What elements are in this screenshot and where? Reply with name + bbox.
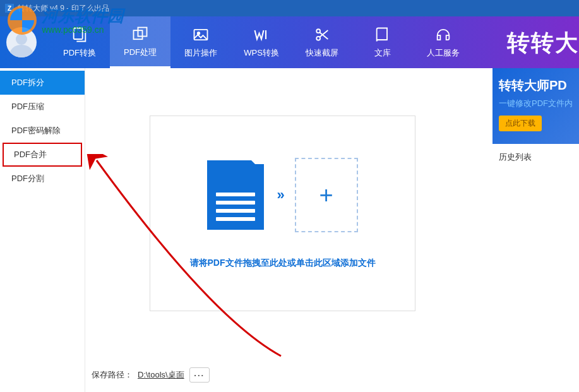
sidebar-item-label: PDF拆分 [11,77,44,88]
svg-point-5 [316,37,320,40]
browse-path-button[interactable]: ··· [189,367,210,383]
wps-icon [253,26,270,44]
window-title: 转转大师 v4.9 - 印了么出品 [18,3,109,14]
download-button[interactable]: 点此下载 [499,116,542,131]
headset-icon [434,26,452,44]
promo-subtitle: 一键修改PDF文件内 [499,98,573,109]
sidebar: PDF拆分 PDF压缩 PDF密码解除 PDF合并 PDF分割 [0,68,85,392]
svg-point-6 [316,29,320,33]
nav-label: 文库 [374,47,391,59]
nav-quick-screenshot[interactable]: 快速截屏 [292,16,352,68]
arrow-icon: » [277,187,282,203]
sidebar-item-label: PDF分割 [11,173,44,184]
sidebar-item-pdf-cut[interactable]: PDF分割 [0,167,85,191]
pdf-process-icon [131,25,149,43]
main-content: » + 请将PDF文件拖拽至此处或单击此区域添加文件 保存路径： D:\tool… [85,68,492,392]
sidebar-item-pdf-split[interactable]: PDF拆分 [0,71,85,95]
promo-banner: 转转大师PD 一键修改PDF文件内 点此下载 [492,68,579,144]
sidebar-item-label: PDF合并 [14,149,47,160]
promo-title: 转转大师PD [499,77,573,94]
nav-image-ops[interactable]: 图片操作 [170,16,231,68]
nav-label: 图片操作 [184,47,217,59]
pdf-convert-icon [71,26,88,44]
brand-text: 转转大 [507,28,579,59]
file-icon [207,160,264,230]
history-list-label: 历史列表 [492,144,579,170]
dropzone-hint: 请将PDF文件拖拽至此处或单击此区域添加文件 [150,258,415,269]
book-icon [374,26,391,44]
nav-wps-convert[interactable]: WPS转换 [231,16,292,68]
nav-library[interactable]: 文库 [352,16,413,68]
nav-label: PDF处理 [124,47,157,58]
nav-pdf-process[interactable]: PDF处理 [110,16,170,68]
svg-rect-0 [74,28,83,40]
add-file-box[interactable]: + [295,158,358,232]
nav-label: 快速截屏 [306,47,338,59]
sidebar-item-label: PDF密码解除 [11,125,61,136]
file-dropzone[interactable]: » + 请将PDF文件拖拽至此处或单击此区域添加文件 [150,116,415,311]
body-area: PDF拆分 PDF压缩 PDF密码解除 PDF合并 PDF分割 » + [0,68,579,392]
nav-pdf-convert[interactable]: PDF转换 [49,16,110,68]
titlebar: Z 转转大师 v4.9 - 印了么出品 [0,0,579,16]
save-path-label: 保存路径： [92,369,133,381]
sidebar-item-pdf-password[interactable]: PDF密码解除 [0,119,85,143]
plus-icon: + [319,182,333,209]
sidebar-item-label: PDF压缩 [11,101,44,112]
nav-label: PDF转换 [63,47,96,59]
image-icon [192,26,210,44]
nav-label: WPS转换 [244,47,279,59]
top-nav: PDF转换 PDF处理 图片操作 WPS转换 快速截屏 文库 人工服务 转转大 [0,16,579,68]
sidebar-item-pdf-compress[interactable]: PDF压缩 [0,95,85,119]
nav-label: 人工服务 [427,47,460,59]
app-icon: Z [5,4,14,13]
right-panel: 转转大师PD 一键修改PDF文件内 点此下载 历史列表 [492,68,579,392]
sidebar-item-pdf-merge[interactable]: PDF合并 [3,143,82,167]
save-path-value[interactable]: D:\tools\桌面 [138,369,184,381]
user-avatar[interactable] [6,27,37,57]
save-path-row: 保存路径： D:\tools\桌面 ··· [92,367,210,383]
scissors-icon [313,26,331,44]
nav-manual-service[interactable]: 人工服务 [413,16,474,68]
